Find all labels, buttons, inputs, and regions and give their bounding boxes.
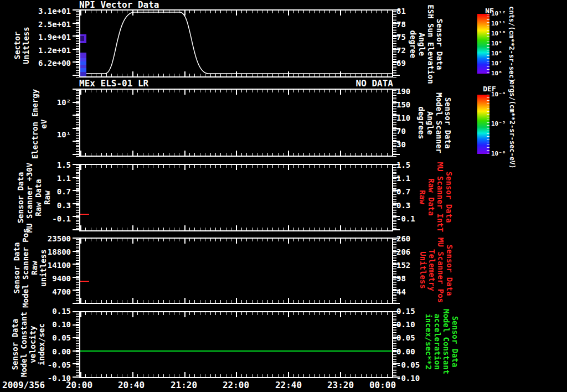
colorbar-def-tick-label: 10⁻⁵ bbox=[491, 121, 506, 127]
mu-scanner-30v-segment bbox=[80, 214, 89, 215]
panel1-left-axis-label: Sector Unitless bbox=[13, 15, 30, 76]
axis-label-line: Angle bbox=[417, 33, 426, 56]
colorbar-nf bbox=[477, 14, 489, 74]
axis-label-line: Sensor Data bbox=[444, 97, 452, 149]
panel2-right-axis-label: Sensor Data Model Scanner Angle degrees bbox=[417, 84, 452, 162]
panel2-left-axis-label: Electron Energy eV bbox=[30, 85, 48, 163]
axis-label-line: unitless bbox=[39, 249, 48, 286]
panel4-left-axis-label: Sensor Data Model Scanner Pos Raw unitle… bbox=[12, 224, 48, 312]
panel2-left-tick-comb bbox=[73, 89, 79, 157]
xaxis-tick: 20:40 bbox=[109, 380, 153, 390]
panel1-ytick: 6.2e+00 bbox=[0, 59, 71, 68]
colorbar-def-tick-label: 10⁻⁴ bbox=[491, 91, 506, 98]
axis-label-line: Sensor Data bbox=[435, 19, 444, 70]
constant-velocity-line bbox=[80, 350, 392, 352]
colorbar-nf-tick-label: 10⁶ bbox=[491, 70, 502, 77]
axis-label-line: Model Scanner Pos bbox=[21, 228, 30, 307]
axis-label-line: Unitless bbox=[419, 251, 427, 288]
axis-label-line: MU Scanner IntT bbox=[436, 162, 445, 232]
npi-counts-cell-lower bbox=[80, 53, 86, 76]
scanner-pos-segment bbox=[80, 281, 89, 282]
npi-counts-cell-upper-core bbox=[80, 36, 84, 41]
panel1-ytick: 2.5e+01 bbox=[0, 20, 71, 29]
axis-label-line: Sector bbox=[13, 32, 22, 60]
panel5-left-axis-label: Sensor Data Model Constant velocity inde… bbox=[11, 306, 46, 383]
colorbar-nf-tick-label: 10⁹ bbox=[491, 40, 502, 47]
panel3-plot-area bbox=[79, 164, 393, 231]
panel1-plot-area bbox=[79, 9, 393, 78]
axis-label-line: Sensor Data bbox=[16, 172, 25, 224]
panel1-ytick: 1.9e+01 bbox=[0, 33, 71, 42]
colorbar-def-units: ergs/(cm**2-sr-sec-eV) bbox=[508, 78, 516, 172]
axis-label-line: Sensor Data bbox=[11, 319, 19, 370]
xaxis-date: 2009/356 bbox=[2, 381, 45, 390]
panel1-ytick: 1.2e+01 bbox=[0, 46, 71, 55]
axis-label-line: Sensor Data bbox=[445, 172, 453, 223]
axis-label-line: Sensor Data bbox=[12, 243, 21, 294]
colorbar-nf-tick-label: 10¹¹ bbox=[491, 20, 506, 27]
axis-label-line: acceleration bbox=[433, 313, 442, 369]
panel2-title: MEx ELS-01 LR bbox=[79, 79, 148, 88]
sun-elevation-curve bbox=[80, 11, 392, 76]
panel4-right-axis-label: Sensor Data MU Scanner Pos Telemetry Uni… bbox=[419, 229, 454, 312]
panel5-left-tick-comb bbox=[73, 311, 79, 378]
axis-label-line: Unitless bbox=[22, 27, 30, 64]
no-data-label: NO DATA bbox=[310, 79, 393, 88]
axis-label-line: ESH Sun Elevation bbox=[426, 4, 435, 84]
axis-label-line: eV bbox=[39, 120, 48, 129]
axis-label-line: Angle bbox=[426, 111, 435, 135]
panel1-left-tick-comb bbox=[73, 9, 79, 78]
xaxis-tick: 22:40 bbox=[266, 380, 311, 390]
axis-label-line: Telemetry bbox=[427, 249, 436, 291]
axis-label-line: index/sec bbox=[37, 323, 46, 365]
units-text: ergs/(cm**2-sr-sec-eV) bbox=[508, 81, 517, 169]
xaxis-tick: 22:00 bbox=[214, 380, 258, 390]
units-text: cnts/(cm**2-sr-sec) bbox=[507, 6, 516, 82]
axis-label-line: Sensor Data bbox=[445, 245, 454, 296]
colorbar-nf-tick-label: 10¹² bbox=[491, 11, 506, 17]
colorbar-def-tick-label: 10⁻⁶ bbox=[491, 151, 506, 157]
panel1-ytick: 3.1e+01 bbox=[0, 7, 71, 16]
panel4-plot-area bbox=[79, 238, 393, 304]
xaxis-tick: 00:00 bbox=[360, 380, 405, 390]
colorbar-def-ticks bbox=[487, 95, 489, 154]
panel1-title: NPI Vector Data bbox=[79, 1, 159, 9]
panel4-left-tick-comb bbox=[73, 238, 79, 304]
axis-label-line: MU Scanner Pos bbox=[436, 238, 445, 303]
npi-counts-cell-upper bbox=[80, 34, 86, 43]
axis-label-line: Electron Energy bbox=[30, 89, 39, 159]
panel3-left-tick-comb bbox=[73, 164, 79, 231]
colorbar-def bbox=[477, 95, 489, 154]
panel1-right-axis-label: Sensor Data ESH Sun Elevation Angle degr… bbox=[409, 0, 444, 91]
axis-label-line: Raw bbox=[30, 261, 39, 275]
xaxis-tick: 21:20 bbox=[162, 380, 206, 390]
axis-label-line: incex/sec**2 bbox=[424, 313, 433, 369]
colorbar-nf-tick-label: 10⁷ bbox=[491, 60, 502, 67]
panel3-right-axis-label: Sensor Data MU Scanner IntT Raw Data Raw bbox=[418, 156, 453, 239]
axis-label-line: MU Scanner +30V bbox=[25, 163, 34, 233]
panel5-plot-area bbox=[79, 311, 393, 378]
axis-label-line: Raw Data bbox=[427, 178, 436, 215]
axis-label-line: Raw bbox=[43, 190, 51, 204]
axis-label-line: Raw Data bbox=[34, 179, 43, 216]
axis-label-line: degree bbox=[409, 30, 417, 59]
panel5-right-axis-label: Sensor Data Model Constant acceleration … bbox=[424, 300, 460, 383]
xaxis-tick: 23:20 bbox=[318, 380, 363, 390]
axis-label-line: velocity bbox=[28, 326, 37, 363]
axis-label-line: degrees bbox=[417, 106, 426, 139]
panel2-plot-area bbox=[79, 89, 393, 157]
colorbar-nf-tick-label: 10⁸ bbox=[491, 50, 502, 57]
axis-label-line: Model Scanner bbox=[435, 92, 444, 153]
axis-label-line: Sensor Data bbox=[451, 316, 460, 368]
axis-label-line: Raw bbox=[418, 190, 427, 204]
telemetry-plot-screen: NPI Vector Data MEx ELS-01 LR NO DATA 3.… bbox=[0, 0, 567, 392]
xaxis-tick: 20:00 bbox=[57, 380, 101, 390]
axis-label-line: Model Constant bbox=[19, 312, 28, 377]
colorbar-nf-ticks bbox=[487, 14, 489, 74]
axis-label-line: Model Constant bbox=[442, 309, 451, 374]
colorbar-nf-tick-label: 10¹⁰ bbox=[491, 30, 506, 37]
